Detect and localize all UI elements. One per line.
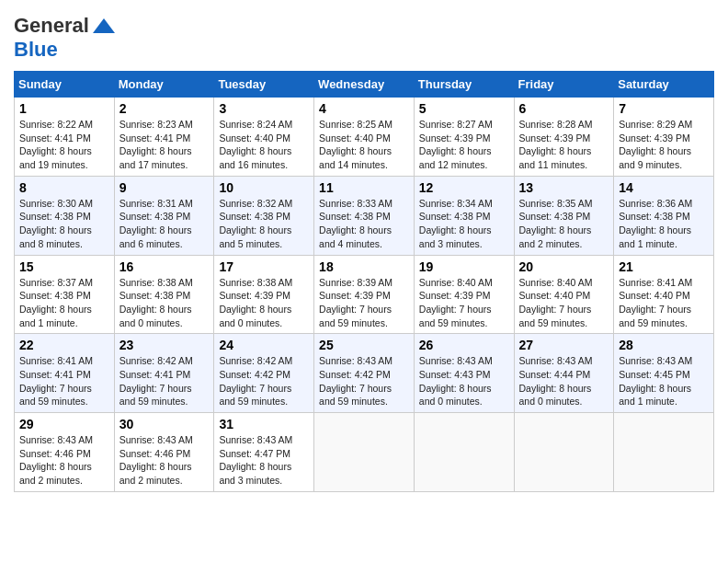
day-info: Sunrise: 8:43 AMSunset: 4:43 PMDaylight:…	[419, 354, 509, 408]
day-number: 13	[519, 180, 609, 195]
weekday-thursday: Thursday	[414, 72, 514, 98]
day-info: Sunrise: 8:25 AMSunset: 4:40 PMDaylight:…	[319, 118, 409, 172]
day-number: 18	[319, 259, 409, 274]
day-number: 25	[319, 338, 409, 352]
calendar-cell: 13Sunrise: 8:35 AMSunset: 4:38 PMDayligh…	[514, 176, 614, 255]
calendar-cell	[514, 413, 614, 492]
calendar-week-1: 1Sunrise: 8:22 AMSunset: 4:41 PMDaylight…	[15, 98, 714, 177]
day-info: Sunrise: 8:31 AMSunset: 4:38 PMDaylight:…	[119, 197, 210, 251]
calendar-cell: 3Sunrise: 8:24 AMSunset: 4:40 PMDaylight…	[214, 98, 314, 177]
day-info: Sunrise: 8:43 AMSunset: 4:47 PMDaylight:…	[219, 433, 309, 488]
day-info: Sunrise: 8:42 AMSunset: 4:42 PMDaylight:…	[219, 354, 309, 408]
day-info: Sunrise: 8:41 AMSunset: 4:41 PMDaylight:…	[19, 354, 109, 408]
day-number: 16	[119, 259, 210, 274]
calendar-cell: 19Sunrise: 8:40 AMSunset: 4:39 PMDayligh…	[414, 255, 514, 334]
day-number: 11	[319, 180, 409, 195]
day-number: 21	[619, 259, 709, 274]
day-number: 7	[619, 101, 709, 116]
day-number: 6	[519, 101, 609, 116]
day-number: 1	[19, 101, 109, 116]
day-info: Sunrise: 8:36 AMSunset: 4:38 PMDaylight:…	[619, 197, 709, 251]
calendar-cell: 4Sunrise: 8:25 AMSunset: 4:40 PMDaylight…	[314, 98, 415, 177]
logo-icon	[91, 17, 117, 35]
day-info: Sunrise: 8:33 AMSunset: 4:38 PMDaylight:…	[319, 197, 409, 251]
page-header: General Blue	[14, 14, 714, 62]
day-number: 22	[19, 338, 109, 352]
calendar-cell: 25Sunrise: 8:43 AMSunset: 4:42 PMDayligh…	[314, 334, 415, 413]
day-info: Sunrise: 8:43 AMSunset: 4:45 PMDaylight:…	[619, 354, 709, 408]
day-info: Sunrise: 8:34 AMSunset: 4:38 PMDaylight:…	[419, 197, 509, 251]
day-info: Sunrise: 8:43 AMSunset: 4:46 PMDaylight:…	[19, 433, 109, 488]
day-info: Sunrise: 8:27 AMSunset: 4:39 PMDaylight:…	[419, 118, 509, 172]
day-number: 20	[519, 259, 609, 274]
day-number: 31	[219, 417, 309, 431]
day-number: 4	[319, 101, 409, 116]
day-number: 27	[519, 338, 609, 352]
calendar-cell: 26Sunrise: 8:43 AMSunset: 4:43 PMDayligh…	[414, 334, 514, 413]
day-info: Sunrise: 8:39 AMSunset: 4:39 PMDaylight:…	[319, 276, 409, 330]
weekday-wednesday: Wednesday	[314, 72, 415, 98]
calendar-cell: 17Sunrise: 8:38 AMSunset: 4:39 PMDayligh…	[214, 255, 314, 334]
calendar-cell: 20Sunrise: 8:40 AMSunset: 4:40 PMDayligh…	[514, 255, 614, 334]
day-info: Sunrise: 8:30 AMSunset: 4:38 PMDaylight:…	[19, 197, 109, 251]
calendar-cell: 9Sunrise: 8:31 AMSunset: 4:38 PMDaylight…	[114, 176, 214, 255]
day-info: Sunrise: 8:22 AMSunset: 4:41 PMDaylight:…	[19, 118, 109, 172]
weekday-tuesday: Tuesday	[214, 72, 314, 98]
day-number: 12	[419, 180, 509, 195]
calendar-cell: 6Sunrise: 8:28 AMSunset: 4:39 PMDaylight…	[514, 98, 614, 177]
day-number: 30	[119, 417, 210, 431]
day-info: Sunrise: 8:41 AMSunset: 4:40 PMDaylight:…	[619, 276, 709, 330]
day-info: Sunrise: 8:23 AMSunset: 4:41 PMDaylight:…	[119, 118, 210, 172]
day-info: Sunrise: 8:43 AMSunset: 4:44 PMDaylight:…	[519, 354, 609, 408]
day-number: 28	[619, 338, 709, 352]
day-number: 3	[219, 101, 309, 116]
day-number: 17	[219, 259, 309, 274]
calendar-cell: 10Sunrise: 8:32 AMSunset: 4:38 PMDayligh…	[214, 176, 314, 255]
day-info: Sunrise: 8:38 AMSunset: 4:38 PMDaylight:…	[119, 276, 210, 330]
calendar-cell: 2Sunrise: 8:23 AMSunset: 4:41 PMDaylight…	[114, 98, 214, 177]
logo-general: General	[14, 14, 89, 38]
day-info: Sunrise: 8:43 AMSunset: 4:46 PMDaylight:…	[119, 433, 210, 488]
day-number: 15	[19, 259, 109, 274]
day-info: Sunrise: 8:35 AMSunset: 4:38 PMDaylight:…	[519, 197, 609, 251]
day-number: 24	[219, 338, 309, 352]
day-info: Sunrise: 8:42 AMSunset: 4:41 PMDaylight:…	[119, 354, 210, 408]
calendar-cell: 21Sunrise: 8:41 AMSunset: 4:40 PMDayligh…	[614, 255, 714, 334]
calendar-cell: 24Sunrise: 8:42 AMSunset: 4:42 PMDayligh…	[214, 334, 314, 413]
calendar-cell: 14Sunrise: 8:36 AMSunset: 4:38 PMDayligh…	[614, 176, 714, 255]
day-info: Sunrise: 8:38 AMSunset: 4:39 PMDaylight:…	[219, 276, 309, 330]
calendar-cell: 27Sunrise: 8:43 AMSunset: 4:44 PMDayligh…	[514, 334, 614, 413]
day-number: 2	[119, 101, 210, 116]
calendar-cell	[414, 413, 514, 492]
calendar-cell: 31Sunrise: 8:43 AMSunset: 4:47 PMDayligh…	[214, 413, 314, 492]
calendar-week-5: 29Sunrise: 8:43 AMSunset: 4:46 PMDayligh…	[15, 413, 714, 492]
calendar-cell: 5Sunrise: 8:27 AMSunset: 4:39 PMDaylight…	[414, 98, 514, 177]
calendar-cell: 30Sunrise: 8:43 AMSunset: 4:46 PMDayligh…	[114, 413, 214, 492]
weekday-sunday: Sunday	[15, 72, 115, 98]
calendar-week-4: 22Sunrise: 8:41 AMSunset: 4:41 PMDayligh…	[15, 334, 714, 413]
calendar-week-2: 8Sunrise: 8:30 AMSunset: 4:38 PMDaylight…	[15, 176, 714, 255]
svg-marker-0	[93, 18, 115, 33]
day-number: 26	[419, 338, 509, 352]
logo-blue-text: Blue	[14, 38, 58, 61]
calendar-cell	[614, 413, 714, 492]
calendar-cell: 1Sunrise: 8:22 AMSunset: 4:41 PMDaylight…	[15, 98, 115, 177]
day-number: 9	[119, 180, 210, 195]
day-info: Sunrise: 8:24 AMSunset: 4:40 PMDaylight:…	[219, 118, 309, 172]
day-info: Sunrise: 8:32 AMSunset: 4:38 PMDaylight:…	[219, 197, 309, 251]
day-info: Sunrise: 8:28 AMSunset: 4:39 PMDaylight:…	[519, 118, 609, 172]
weekday-friday: Friday	[514, 72, 614, 98]
day-number: 5	[419, 101, 509, 116]
calendar-cell: 15Sunrise: 8:37 AMSunset: 4:38 PMDayligh…	[15, 255, 115, 334]
weekday-saturday: Saturday	[614, 72, 714, 98]
calendar-table: SundayMondayTuesdayWednesdayThursdayFrid…	[14, 71, 714, 492]
calendar-cell: 12Sunrise: 8:34 AMSunset: 4:38 PMDayligh…	[414, 176, 514, 255]
day-number: 8	[19, 180, 109, 195]
calendar-cell: 18Sunrise: 8:39 AMSunset: 4:39 PMDayligh…	[314, 255, 415, 334]
day-number: 14	[619, 180, 709, 195]
day-number: 19	[419, 259, 509, 274]
day-number: 29	[19, 417, 109, 431]
day-info: Sunrise: 8:37 AMSunset: 4:38 PMDaylight:…	[19, 276, 109, 330]
calendar-cell: 28Sunrise: 8:43 AMSunset: 4:45 PMDayligh…	[614, 334, 714, 413]
calendar-cell	[314, 413, 415, 492]
